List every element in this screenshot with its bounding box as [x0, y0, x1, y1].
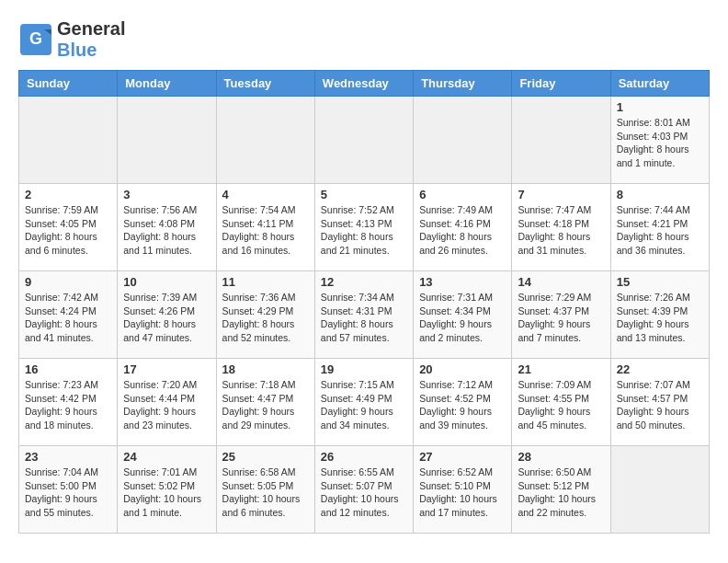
calendar-table: SundayMondayTuesdayWednesdayThursdayFrid…: [18, 70, 710, 534]
weekday-header-sunday: Sunday: [19, 71, 118, 97]
day-info: Sunrise: 7:49 AM Sunset: 4:16 PM Dayligh…: [419, 203, 506, 258]
day-number: 20: [419, 362, 506, 376]
day-info: Sunrise: 7:42 AM Sunset: 4:24 PM Dayligh…: [25, 291, 111, 345]
day-info: Sunrise: 7:44 AM Sunset: 4:21 PM Dayligh…: [617, 203, 703, 258]
day-number: 7: [518, 188, 604, 201]
day-number: 23: [25, 450, 111, 464]
calendar-day: 19Sunrise: 7:15 AM Sunset: 4:49 PM Dayli…: [314, 359, 413, 446]
day-info: Sunrise: 7:26 AM Sunset: 4:39 PM Dayligh…: [617, 291, 703, 345]
day-number: 11: [222, 275, 309, 289]
day-info: Sunrise: 7:47 AM Sunset: 4:18 PM Dayligh…: [518, 203, 604, 258]
calendar-day: 23Sunrise: 7:04 AM Sunset: 5:00 PM Dayli…: [19, 446, 118, 534]
day-info: Sunrise: 7:29 AM Sunset: 4:37 PM Dayligh…: [518, 291, 604, 345]
day-info: Sunrise: 7:52 AM Sunset: 4:13 PM Dayligh…: [321, 203, 407, 258]
day-info: Sunrise: 7:18 AM Sunset: 4:47 PM Dayligh…: [222, 378, 309, 432]
day-info: Sunrise: 8:01 AM Sunset: 4:03 PM Dayligh…: [617, 116, 703, 170]
day-number: 21: [518, 362, 604, 376]
calendar-day: 25Sunrise: 6:58 AM Sunset: 5:05 PM Dayli…: [216, 446, 314, 534]
calendar-day: 18Sunrise: 7:18 AM Sunset: 4:47 PM Dayli…: [216, 359, 314, 446]
calendar-day: 2Sunrise: 7:59 AM Sunset: 4:05 PM Daylig…: [19, 184, 118, 271]
day-info: Sunrise: 7:01 AM Sunset: 5:02 PM Dayligh…: [123, 465, 210, 520]
calendar-day: 9Sunrise: 7:42 AM Sunset: 4:24 PM Daylig…: [19, 271, 118, 359]
day-info: Sunrise: 7:20 AM Sunset: 4:44 PM Dayligh…: [123, 378, 210, 432]
day-number: 18: [222, 362, 309, 376]
calendar-day: [610, 446, 709, 534]
day-number: 17: [123, 362, 210, 376]
calendar-day: [414, 97, 512, 184]
calendar-week-2: 2Sunrise: 7:59 AM Sunset: 4:05 PM Daylig…: [19, 184, 710, 271]
calendar-day: 14Sunrise: 7:29 AM Sunset: 4:37 PM Dayli…: [512, 271, 610, 359]
calendar-day: 26Sunrise: 6:55 AM Sunset: 5:07 PM Dayli…: [314, 446, 413, 534]
day-info: Sunrise: 7:31 AM Sunset: 4:34 PM Dayligh…: [419, 291, 506, 345]
logo-icon: G: [18, 22, 53, 57]
day-number: 22: [617, 362, 703, 376]
day-info: Sunrise: 6:55 AM Sunset: 5:07 PM Dayligh…: [321, 465, 407, 520]
weekday-header-wednesday: Wednesday: [314, 71, 413, 97]
weekday-header-monday: Monday: [118, 71, 216, 97]
calendar-day: 5Sunrise: 7:52 AM Sunset: 4:13 PM Daylig…: [314, 184, 413, 271]
logo-general: General: [57, 18, 125, 39]
day-number: 14: [518, 275, 604, 289]
calendar-day: [19, 97, 118, 184]
weekday-header-saturday: Saturday: [610, 71, 709, 97]
calendar-day: 21Sunrise: 7:09 AM Sunset: 4:55 PM Dayli…: [512, 359, 610, 446]
day-number: 24: [123, 450, 210, 464]
day-number: 16: [25, 362, 111, 376]
calendar-day: 4Sunrise: 7:54 AM Sunset: 4:11 PM Daylig…: [216, 184, 314, 271]
day-info: Sunrise: 7:56 AM Sunset: 4:08 PM Dayligh…: [123, 203, 210, 258]
day-number: 6: [419, 188, 506, 201]
calendar-day: 15Sunrise: 7:26 AM Sunset: 4:39 PM Dayli…: [610, 271, 709, 359]
calendar-day: 17Sunrise: 7:20 AM Sunset: 4:44 PM Dayli…: [118, 359, 216, 446]
day-number: 25: [222, 450, 309, 464]
svg-text:G: G: [29, 29, 42, 48]
calendar-day: 20Sunrise: 7:12 AM Sunset: 4:52 PM Dayli…: [414, 359, 512, 446]
calendar-day: [512, 97, 610, 184]
day-info: Sunrise: 7:34 AM Sunset: 4:31 PM Dayligh…: [321, 291, 407, 345]
weekday-header-tuesday: Tuesday: [216, 71, 314, 97]
day-info: Sunrise: 7:12 AM Sunset: 4:52 PM Dayligh…: [419, 378, 506, 432]
day-number: 15: [617, 275, 703, 289]
day-number: 4: [222, 188, 309, 201]
logo: G General Blue: [18, 18, 125, 61]
day-info: Sunrise: 7:54 AM Sunset: 4:11 PM Dayligh…: [222, 203, 309, 258]
calendar-week-1: 1Sunrise: 8:01 AM Sunset: 4:03 PM Daylig…: [19, 97, 710, 184]
calendar-day: 12Sunrise: 7:34 AM Sunset: 4:31 PM Dayli…: [314, 271, 413, 359]
day-number: 9: [25, 275, 111, 289]
day-number: 26: [321, 450, 407, 464]
day-info: Sunrise: 7:36 AM Sunset: 4:29 PM Dayligh…: [222, 291, 309, 345]
day-number: 1: [617, 100, 703, 114]
calendar-week-3: 9Sunrise: 7:42 AM Sunset: 4:24 PM Daylig…: [19, 271, 710, 359]
day-number: 13: [419, 275, 506, 289]
day-number: 27: [419, 450, 506, 464]
calendar-day: 8Sunrise: 7:44 AM Sunset: 4:21 PM Daylig…: [610, 184, 709, 271]
logo-blue: Blue: [57, 40, 97, 60]
day-info: Sunrise: 7:39 AM Sunset: 4:26 PM Dayligh…: [123, 291, 210, 345]
weekday-header-friday: Friday: [512, 71, 610, 97]
page-header: G General Blue: [18, 18, 710, 61]
day-number: 8: [617, 188, 703, 201]
day-info: Sunrise: 7:07 AM Sunset: 4:57 PM Dayligh…: [617, 378, 703, 432]
calendar-day: [118, 97, 216, 184]
calendar-day: 16Sunrise: 7:23 AM Sunset: 4:42 PM Dayli…: [19, 359, 118, 446]
day-number: 28: [518, 450, 604, 464]
day-info: Sunrise: 7:09 AM Sunset: 4:55 PM Dayligh…: [518, 378, 604, 432]
day-info: Sunrise: 6:52 AM Sunset: 5:10 PM Dayligh…: [419, 465, 506, 520]
calendar-week-4: 16Sunrise: 7:23 AM Sunset: 4:42 PM Dayli…: [19, 359, 710, 446]
weekday-header-thursday: Thursday: [414, 71, 512, 97]
day-info: Sunrise: 7:04 AM Sunset: 5:00 PM Dayligh…: [25, 465, 111, 520]
calendar-day: 10Sunrise: 7:39 AM Sunset: 4:26 PM Dayli…: [118, 271, 216, 359]
calendar-day: 1Sunrise: 8:01 AM Sunset: 4:03 PM Daylig…: [610, 97, 709, 184]
calendar-day: 7Sunrise: 7:47 AM Sunset: 4:18 PM Daylig…: [512, 184, 610, 271]
calendar-day: 11Sunrise: 7:36 AM Sunset: 4:29 PM Dayli…: [216, 271, 314, 359]
day-number: 12: [321, 275, 407, 289]
calendar-week-5: 23Sunrise: 7:04 AM Sunset: 5:00 PM Dayli…: [19, 446, 710, 534]
calendar-day: [314, 97, 413, 184]
calendar-day: 22Sunrise: 7:07 AM Sunset: 4:57 PM Dayli…: [610, 359, 709, 446]
day-number: 10: [123, 275, 210, 289]
day-info: Sunrise: 6:50 AM Sunset: 5:12 PM Dayligh…: [518, 465, 604, 520]
day-info: Sunrise: 7:15 AM Sunset: 4:49 PM Dayligh…: [321, 378, 407, 432]
day-number: 2: [25, 188, 111, 201]
day-number: 5: [321, 188, 407, 201]
calendar-day: 27Sunrise: 6:52 AM Sunset: 5:10 PM Dayli…: [414, 446, 512, 534]
calendar-header-row: SundayMondayTuesdayWednesdayThursdayFrid…: [19, 71, 710, 97]
